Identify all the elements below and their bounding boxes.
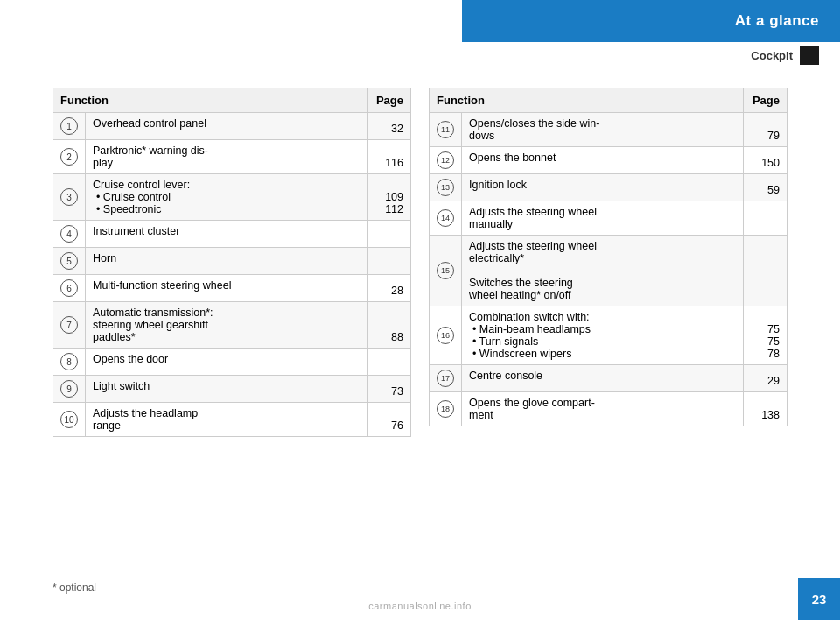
row-number: 7	[53, 302, 86, 349]
table-row: 5Horn	[53, 248, 411, 275]
header-bar: At a glance	[462, 0, 840, 42]
row-function: Opens the glove compart-ment	[462, 392, 744, 426]
row-number: 8	[53, 349, 86, 376]
table-row: 7Automatic transmission*:steering wheel …	[53, 302, 411, 349]
row-function: Ignition lock	[462, 174, 744, 201]
row-function: Cruise control lever:• Cruise control• S…	[86, 174, 368, 221]
page-title: At a glance	[735, 12, 819, 30]
row-number: 13	[430, 174, 462, 201]
table-row: 17Centre console29	[430, 365, 788, 392]
row-number: 1	[53, 113, 86, 140]
row-number: 4	[53, 221, 86, 248]
row-number: 2	[53, 140, 86, 174]
row-number: 16	[430, 306, 462, 365]
row-function: Combination switch with:• Main-beam head…	[462, 306, 744, 365]
row-page	[744, 201, 788, 236]
watermark: carmanualsonline.info	[368, 601, 472, 611]
page-number: 23	[798, 578, 840, 620]
row-page: 79	[744, 113, 788, 147]
row-page: 59	[744, 174, 788, 201]
table-row: 14Adjusts the steering wheelmanually	[430, 201, 788, 236]
right-table: Function Page 11Opens/closes the side wi…	[429, 88, 788, 567]
row-page	[368, 248, 411, 275]
cockpit-label: Cockpit	[751, 49, 793, 62]
right-header-page: Page	[744, 88, 788, 113]
row-function: Opens/closes the side win-dows	[462, 113, 744, 147]
row-function: Adjusts the steering wheelmanually	[462, 201, 744, 236]
row-function: Opens the door	[86, 349, 368, 376]
cockpit-label-area: Cockpit	[462, 42, 840, 68]
table-row: 15Adjusts the steering wheelelectrically…	[430, 236, 788, 306]
main-content: Function Page 1Overhead control panel322…	[52, 88, 788, 567]
row-page: 88	[368, 302, 411, 349]
row-function: Parktronic* warning dis-play	[86, 140, 368, 174]
table-row: 10Adjusts the headlamprange76	[53, 403, 411, 437]
left-header-page: Page	[368, 88, 411, 113]
right-header-function: Function	[430, 88, 744, 113]
row-function: Instrument cluster	[86, 221, 368, 248]
row-number: 6	[53, 275, 86, 302]
row-number: 18	[430, 392, 462, 426]
row-page: 73	[368, 376, 411, 403]
row-function: Adjusts the steering wheelelectrically*S…	[462, 236, 744, 306]
row-number: 15	[430, 236, 462, 306]
table-row: 11Opens/closes the side win-dows79	[430, 113, 788, 147]
row-page	[368, 349, 411, 376]
row-page: 138	[744, 392, 788, 426]
row-number: 5	[53, 248, 86, 275]
table-row: 16Combination switch with:• Main-beam he…	[430, 306, 788, 365]
row-function: Overhead control panel	[86, 113, 368, 140]
row-page: 29	[744, 365, 788, 392]
table-row: 2Parktronic* warning dis-play116	[53, 140, 411, 174]
row-number: 17	[430, 365, 462, 392]
row-page	[368, 221, 411, 248]
table-row: 3Cruise control lever:• Cruise control• …	[53, 174, 411, 221]
row-page: 28	[368, 275, 411, 302]
row-page	[744, 236, 788, 306]
row-number: 12	[430, 147, 462, 174]
row-page: 757578	[744, 306, 788, 365]
row-number: 9	[53, 376, 86, 403]
row-function: Multi-function steering wheel	[86, 275, 368, 302]
table-row: 12Opens the bonnet150	[430, 147, 788, 174]
table-row: 1Overhead control panel32	[53, 113, 411, 140]
row-function: Automatic transmission*:steering wheel g…	[86, 302, 368, 349]
row-page: 150	[744, 147, 788, 174]
row-number: 10	[53, 403, 86, 437]
row-page: 76	[368, 403, 411, 437]
left-table: Function Page 1Overhead control panel322…	[52, 88, 411, 567]
row-number: 14	[430, 201, 462, 236]
table-row: 9Light switch73	[53, 376, 411, 403]
row-function: Adjusts the headlamprange	[86, 403, 368, 437]
row-function: Centre console	[462, 365, 744, 392]
row-function: Horn	[86, 248, 368, 275]
table-row: 13Ignition lock59	[430, 174, 788, 201]
row-function: Opens the bonnet	[462, 147, 744, 174]
row-page: 109112	[368, 174, 411, 221]
row-number: 11	[430, 113, 462, 147]
row-page: 116	[368, 140, 411, 174]
table-row: 8Opens the door	[53, 349, 411, 376]
row-function: Light switch	[86, 376, 368, 403]
footer-note: * optional	[52, 581, 96, 594]
row-page: 32	[368, 113, 411, 140]
row-number: 3	[53, 174, 86, 221]
left-header-function: Function	[53, 88, 368, 113]
table-row: 4Instrument cluster	[53, 221, 411, 248]
cockpit-black-box	[800, 46, 819, 65]
table-row: 18Opens the glove compart-ment138	[430, 392, 788, 426]
table-row: 6Multi-function steering wheel28	[53, 275, 411, 302]
